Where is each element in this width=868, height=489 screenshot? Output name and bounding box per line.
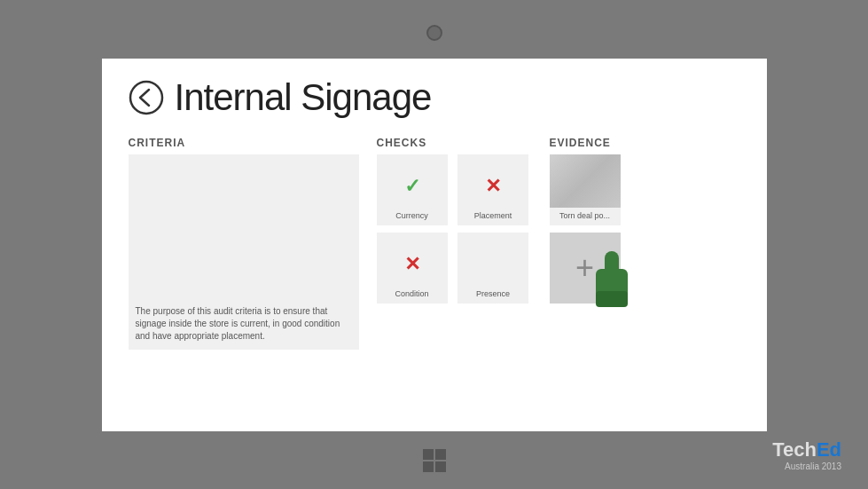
fail-icon-condition: ✕	[404, 253, 420, 276]
evidence-thumbnail	[550, 154, 621, 208]
svg-rect-6	[423, 461, 434, 472]
back-button[interactable]	[129, 80, 164, 115]
svg-point-0	[130, 82, 162, 114]
page-title: Internal Signage	[175, 76, 432, 119]
check-icon-area-currency: ✓	[404, 162, 420, 211]
checks-section: CHECKS ✓ Currency ✕ Placement	[377, 137, 532, 304]
windows-button[interactable]	[422, 448, 447, 473]
check-name-placement: Placement	[463, 211, 523, 220]
teched-branding: TechEd Australia 2013	[772, 438, 841, 471]
evidence-item-name: Torn deal po...	[559, 211, 610, 220]
teched-ed: Ed	[817, 438, 841, 461]
evidence-card-0[interactable]: Torn deal po...	[550, 154, 621, 225]
criteria-description: The purpose of this audit criteria is to…	[136, 305, 352, 343]
teched-subtitle: Australia 2013	[772, 461, 841, 471]
evidence-section: EVIDENCE Torn deal po... +	[550, 137, 656, 304]
screen: Internal Signage CRITERIA The purpose of…	[0, 0, 868, 489]
check-name-presence: Presence	[463, 289, 523, 298]
checks-grid: ✓ Currency ✕ Placement ✕	[377, 154, 532, 304]
teched-logo: TechEd	[772, 438, 841, 461]
content-area: CRITERIA The purpose of this audit crite…	[129, 137, 740, 350]
plus-icon: +	[575, 252, 594, 284]
checks-label: CHECKS	[377, 137, 532, 149]
check-card-presence[interactable]: Presence	[457, 233, 528, 304]
check-icon-area-placement: ✕	[485, 162, 501, 211]
criteria-label: CRITERIA	[129, 137, 359, 149]
page-header: Internal Signage	[129, 76, 740, 119]
check-card-condition[interactable]: ✕ Condition	[377, 233, 448, 304]
pass-icon: ✓	[404, 175, 420, 198]
check-card-placement[interactable]: ✕ Placement	[457, 154, 528, 225]
add-evidence-wrapper: +	[550, 233, 621, 304]
fail-icon-placement: ✕	[485, 175, 501, 198]
svg-rect-7	[435, 461, 446, 472]
teched-tech: Tech	[772, 438, 817, 461]
check-name-currency: Currency	[382, 211, 442, 220]
camera-dot	[426, 25, 442, 41]
criteria-section: CRITERIA The purpose of this audit crite…	[129, 137, 359, 350]
svg-rect-4	[423, 449, 434, 460]
check-icon-area-condition: ✕	[404, 240, 420, 289]
check-card-currency[interactable]: ✓ Currency	[377, 154, 448, 225]
evidence-label: EVIDENCE	[550, 137, 656, 149]
check-name-condition: Condition	[382, 289, 442, 298]
add-evidence-button[interactable]: +	[550, 233, 621, 304]
criteria-box: The purpose of this audit criteria is to…	[129, 154, 359, 350]
svg-rect-5	[435, 449, 446, 460]
main-window: Internal Signage CRITERIA The purpose of…	[102, 59, 767, 431]
